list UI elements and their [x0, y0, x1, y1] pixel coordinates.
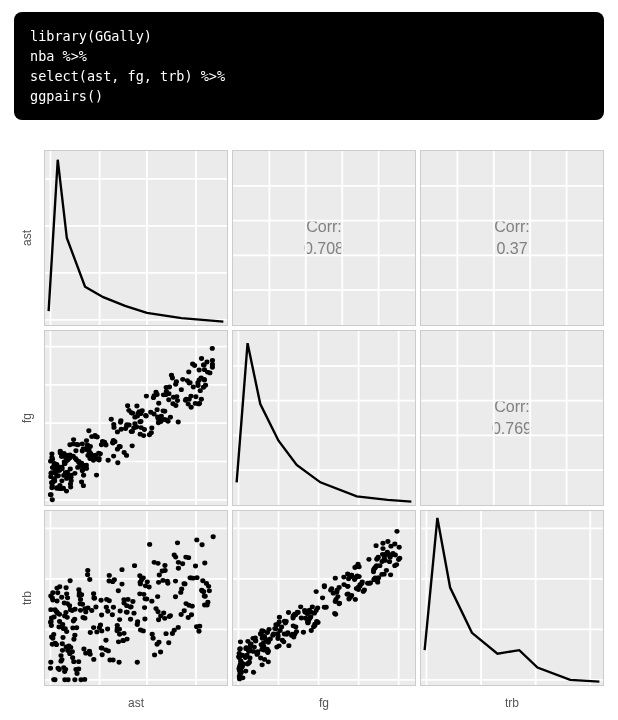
svg-point-242 — [59, 465, 64, 470]
svg-point-791 — [261, 629, 266, 634]
svg-point-829 — [345, 591, 350, 596]
svg-point-785 — [380, 552, 385, 557]
svg-point-560 — [173, 594, 178, 599]
svg-point-567 — [162, 563, 167, 568]
svg-point-48 — [186, 369, 191, 374]
svg-point-126 — [81, 473, 86, 478]
svg-point-798 — [266, 649, 271, 654]
svg-point-766 — [243, 669, 248, 674]
svg-point-323 — [55, 590, 60, 595]
svg-point-839 — [238, 639, 243, 644]
svg-point-399 — [141, 628, 146, 633]
svg-point-443 — [125, 610, 130, 615]
svg-point-492 — [132, 563, 137, 568]
svg-point-777 — [286, 643, 291, 648]
svg-point-289 — [88, 444, 93, 449]
svg-point-186 — [68, 482, 73, 487]
svg-point-139 — [140, 408, 145, 413]
svg-point-329 — [142, 605, 147, 610]
svg-point-540 — [147, 542, 152, 547]
svg-point-285 — [93, 433, 98, 438]
svg-point-795 — [308, 614, 313, 619]
svg-point-539 — [203, 594, 208, 599]
svg-point-756 — [306, 620, 311, 625]
svg-point-808 — [375, 580, 380, 585]
svg-point-290 — [164, 389, 169, 394]
svg-point-802 — [237, 676, 242, 681]
svg-point-256 — [134, 404, 139, 409]
svg-point-557 — [94, 629, 99, 634]
svg-point-392 — [82, 616, 87, 621]
svg-point-350 — [211, 534, 216, 539]
svg-point-449 — [107, 579, 112, 584]
svg-point-291 — [110, 441, 115, 446]
svg-point-278 — [132, 421, 137, 426]
svg-point-221 — [52, 476, 57, 481]
svg-point-243 — [80, 467, 85, 472]
svg-point-548 — [115, 626, 120, 631]
svg-point-846 — [266, 627, 271, 632]
svg-point-563 — [152, 560, 157, 565]
svg-point-769 — [356, 587, 361, 592]
svg-point-704 — [385, 539, 390, 544]
col-label-trb: trb — [420, 690, 604, 710]
svg-point-521 — [160, 578, 165, 583]
svg-point-118 — [210, 346, 215, 351]
svg-point-348 — [91, 625, 96, 630]
svg-point-497 — [141, 592, 146, 597]
svg-point-471 — [76, 667, 81, 672]
svg-point-431 — [116, 639, 121, 644]
svg-point-287 — [162, 409, 167, 414]
svg-point-670 — [397, 556, 402, 561]
svg-point-153 — [202, 367, 207, 372]
svg-point-453 — [72, 617, 77, 622]
svg-point-467 — [143, 596, 148, 601]
svg-point-845 — [324, 605, 329, 610]
panel-trb-density: 0 300 600 900 — [420, 510, 604, 686]
svg-point-424 — [197, 624, 202, 629]
svg-point-834 — [307, 608, 312, 613]
svg-point-389 — [156, 580, 161, 585]
svg-point-63 — [179, 387, 184, 392]
svg-point-512 — [135, 622, 140, 627]
svg-point-117 — [122, 450, 127, 455]
svg-point-819 — [376, 555, 381, 560]
svg-point-161 — [180, 377, 185, 382]
svg-point-513 — [99, 628, 104, 633]
svg-point-216 — [119, 427, 124, 432]
svg-point-536 — [188, 575, 193, 580]
svg-point-374 — [72, 677, 77, 682]
svg-point-180 — [191, 385, 196, 390]
svg-point-565 — [58, 653, 63, 658]
svg-point-574 — [193, 564, 198, 569]
svg-point-490 — [68, 645, 73, 650]
svg-point-508 — [103, 638, 108, 643]
code-line2: nba %>% — [30, 48, 87, 64]
code-block: library(GGally) nba %>% select(ast, fg, … — [14, 12, 604, 120]
svg-point-562 — [142, 617, 147, 622]
svg-point-267 — [123, 426, 128, 431]
svg-point-346 — [81, 647, 86, 652]
svg-point-42 — [138, 419, 143, 424]
svg-point-359 — [71, 637, 76, 642]
svg-point-421 — [70, 655, 75, 660]
svg-point-197 — [125, 403, 130, 408]
svg-point-484 — [207, 588, 212, 593]
svg-point-347 — [182, 581, 187, 586]
svg-point-247 — [84, 463, 89, 468]
svg-point-167 — [86, 428, 91, 433]
svg-point-683 — [260, 662, 265, 667]
svg-point-650 — [251, 670, 256, 675]
svg-point-357 — [99, 598, 104, 603]
svg-point-353 — [54, 586, 59, 591]
svg-point-801 — [349, 573, 354, 578]
svg-point-571 — [48, 607, 53, 612]
svg-point-254 — [79, 480, 84, 485]
svg-point-814 — [329, 586, 334, 591]
svg-point-209 — [109, 417, 114, 422]
svg-point-100 — [203, 383, 208, 388]
svg-point-842 — [394, 529, 399, 534]
svg-point-231 — [144, 414, 149, 419]
svg-point-481 — [65, 595, 70, 600]
panel-ast-density: 0 200 400 600 — [44, 150, 228, 326]
